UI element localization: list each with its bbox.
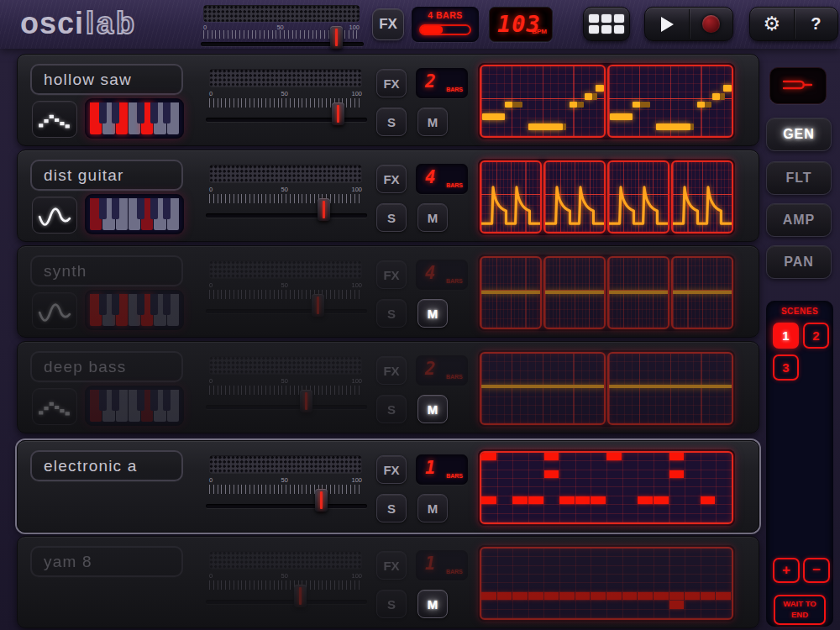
track-fx-button[interactable]: FX — [376, 455, 407, 484]
track-row[interactable]: synth 0 50 100 — [17, 245, 759, 338]
slider-tick-labels: 0 50 100 — [209, 281, 362, 289]
mute-button[interactable]: M — [417, 203, 448, 232]
pattern-display[interactable] — [478, 449, 735, 526]
keyboard-icon[interactable] — [85, 194, 184, 234]
pattern-display[interactable] — [478, 159, 735, 235]
solo-button[interactable]: S — [376, 108, 407, 136]
pattern-display[interactable] — [478, 255, 735, 331]
track-name[interactable]: hollow saw — [30, 64, 183, 95]
bars-unit: BARS — [446, 278, 463, 284]
track-fx-button[interactable]: FX — [376, 356, 407, 385]
keyboard-icon[interactable] — [85, 386, 184, 426]
settings-controls: ⚙ ? — [749, 7, 838, 41]
help-icon: ? — [811, 14, 821, 34]
track-fx-button[interactable]: FX — [376, 551, 407, 580]
track-volume-slider[interactable]: 0 50 100 — [204, 65, 369, 139]
track-volume-slider[interactable]: 0 50 100 — [204, 451, 369, 525]
keyboard-icon[interactable] — [85, 290, 184, 330]
help-button[interactable]: ? — [795, 8, 838, 40]
slider-ticks — [209, 194, 362, 203]
record-button[interactable] — [690, 8, 733, 40]
wave-icon[interactable] — [32, 292, 77, 329]
track-volume-slider[interactable]: 0 50 100 — [204, 256, 369, 330]
mute-button[interactable]: M — [417, 494, 448, 522]
track-volume-slider[interactable]: 0 50 100 — [204, 352, 369, 426]
track-volume-slider[interactable]: 0 50 100 — [204, 547, 369, 621]
black-key — [163, 198, 171, 219]
black-key — [163, 102, 171, 123]
scene-3-button[interactable]: 3 — [773, 354, 799, 381]
track-bars-display[interactable]: 2 BARS — [416, 68, 468, 98]
track-fx-button[interactable]: FX — [376, 260, 407, 289]
keyboard-icon[interactable] — [85, 98, 184, 139]
solo-button[interactable]: S — [376, 590, 407, 618]
pattern-display[interactable] — [478, 63, 735, 139]
wave-icon[interactable] — [32, 101, 77, 138]
play-button[interactable] — [645, 8, 689, 40]
pad-grid-button[interactable] — [583, 7, 630, 41]
mute-button[interactable]: M — [417, 108, 448, 136]
tab-flt[interactable]: FLT — [766, 161, 832, 195]
pattern-display[interactable] — [478, 545, 735, 622]
solo-button[interactable]: S — [376, 299, 407, 328]
track-name[interactable]: deep bass — [30, 351, 183, 382]
solo-button[interactable]: S — [376, 395, 407, 423]
settings-button[interactable]: ⚙ — [750, 8, 794, 40]
track-bars-display[interactable]: 1 BARS — [416, 454, 468, 485]
master-volume-slider[interactable]: 0 50 100 — [200, 2, 365, 49]
track-bars-display[interactable]: 1 BARS — [416, 550, 468, 580]
scene-1-button[interactable]: 1 — [773, 323, 799, 349]
bpm-display[interactable]: 103 BPM — [489, 7, 553, 42]
wave-icon[interactable] — [32, 197, 77, 234]
song-bars-progress[interactable]: 4 BARS — [412, 7, 479, 42]
scene-2-button[interactable]: 2 — [803, 323, 829, 349]
pattern-display[interactable] — [478, 350, 735, 427]
black-key — [163, 294, 171, 315]
track-name[interactable]: dist guitar — [30, 160, 183, 191]
slider-ticks — [209, 290, 362, 299]
slider-grille — [209, 165, 362, 182]
track-name[interactable]: synth — [30, 255, 183, 286]
tab-amp[interactable]: AMP — [766, 203, 832, 237]
black-key — [112, 390, 119, 411]
track-row[interactable]: hollow saw 0 50 100 — [17, 54, 759, 146]
track-row[interactable]: deep bass 0 50 100 — [17, 341, 759, 433]
slider-handle[interactable] — [300, 390, 312, 412]
black-key — [99, 294, 107, 315]
scene-remove-button[interactable]: − — [803, 558, 830, 583]
track-bars-display[interactable]: 2 BARS — [416, 355, 468, 386]
track-row[interactable]: dist guitar 0 50 100 — [17, 150, 759, 242]
track-bars-display[interactable]: 4 BARS — [416, 164, 468, 194]
play-icon — [659, 16, 675, 33]
solo-button[interactable]: S — [376, 494, 407, 522]
scene-add-button[interactable]: + — [773, 558, 800, 583]
bars-value: 4 — [425, 263, 436, 283]
slider-handle[interactable] — [315, 489, 328, 512]
track-bars-display[interactable]: 4 BARS — [416, 260, 468, 290]
mute-button[interactable]: M — [417, 299, 448, 328]
tab-gen[interactable]: GEN — [766, 118, 832, 151]
slider-handle[interactable] — [332, 102, 344, 125]
track-row[interactable]: yam 8 0 50 100 — [17, 536, 759, 628]
track-row[interactable]: electronic a 0 50 100 — [17, 440, 759, 533]
black-key — [137, 198, 144, 219]
master-fx-button[interactable]: FX — [372, 8, 404, 40]
track-fx-button[interactable]: FX — [376, 165, 407, 193]
track-name[interactable]: electronic a — [30, 450, 183, 481]
solo-button[interactable]: S — [376, 203, 407, 232]
wait-to-end-button[interactable]: WAIT TO END — [774, 595, 826, 625]
wave-icon[interactable] — [32, 388, 77, 425]
slider-ticks — [209, 580, 362, 590]
tuning-fork-button[interactable] — [769, 67, 827, 104]
track-name[interactable]: yam 8 — [30, 546, 183, 577]
tab-pan[interactable]: PAN — [766, 245, 832, 279]
track-volume-slider[interactable]: 0 50 100 — [204, 160, 369, 234]
slider-handle[interactable] — [330, 26, 343, 49]
slider-handle[interactable] — [312, 294, 324, 317]
mute-button[interactable]: M — [417, 590, 448, 618]
bars-unit: BARS — [446, 473, 463, 479]
track-fx-button[interactable]: FX — [376, 69, 407, 97]
slider-handle[interactable] — [318, 198, 330, 221]
slider-handle[interactable] — [294, 585, 307, 607]
mute-button[interactable]: M — [417, 395, 448, 423]
